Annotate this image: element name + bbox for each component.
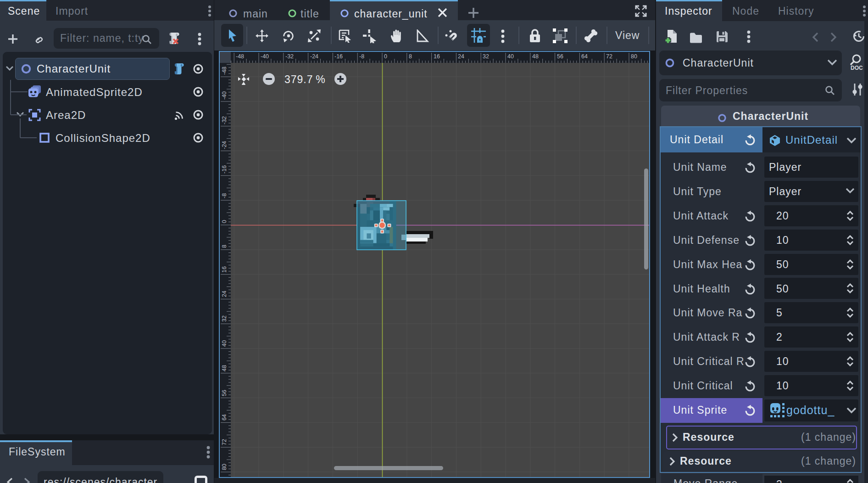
svg-text:-16: -16 — [334, 53, 343, 60]
svg-text:-40: -40 — [261, 53, 269, 60]
svg-text:56: 56 — [221, 390, 228, 396]
svg-text:24: 24 — [221, 291, 228, 297]
svg-text:32: 32 — [483, 53, 489, 60]
svg-text:-48: -48 — [236, 53, 244, 60]
svg-text:-8: -8 — [359, 53, 364, 60]
svg-text:48: 48 — [221, 365, 228, 371]
svg-text:8: 8 — [221, 245, 228, 248]
svg-text:-24: -24 — [310, 53, 318, 60]
svg-text:24: 24 — [458, 53, 464, 60]
svg-text:-24: -24 — [221, 141, 228, 149]
svg-text:0: 0 — [384, 53, 387, 60]
svg-text:80: 80 — [631, 53, 637, 60]
svg-text:16: 16 — [434, 53, 440, 60]
svg-text:DOC: DOC — [851, 65, 863, 71]
svg-text:80: 80 — [221, 464, 228, 470]
svg-text:0: 0 — [221, 220, 228, 223]
svg-text:64: 64 — [221, 414, 228, 421]
svg-text:-32: -32 — [221, 116, 228, 124]
svg-text:56: 56 — [557, 53, 563, 60]
svg-text:16: 16 — [221, 266, 228, 273]
svg-text:48: 48 — [532, 53, 539, 60]
svg-text:-40: -40 — [221, 91, 228, 100]
svg-text:8: 8 — [409, 53, 412, 60]
svg-text:72: 72 — [221, 439, 228, 445]
svg-text:40: 40 — [221, 340, 228, 347]
svg-text:-16: -16 — [221, 165, 228, 174]
svg-text:40: 40 — [507, 53, 514, 60]
svg-text:-32: -32 — [285, 53, 294, 60]
svg-text:72: 72 — [606, 53, 612, 60]
svg-text:32: 32 — [221, 315, 228, 322]
svg-text:64: 64 — [581, 53, 588, 60]
svg-text:-48: -48 — [221, 67, 228, 75]
svg-text:-8: -8 — [221, 193, 228, 198]
